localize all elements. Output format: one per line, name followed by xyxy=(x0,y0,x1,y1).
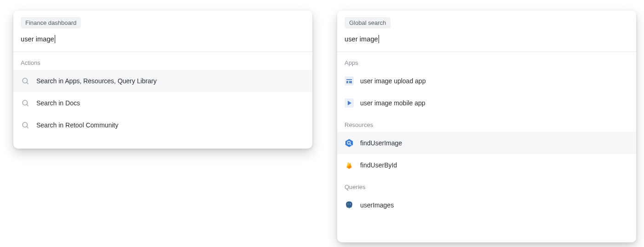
svg-point-9 xyxy=(348,204,349,205)
text-cursor xyxy=(379,35,379,43)
section-label-apps: Apps xyxy=(337,52,636,70)
list-item-label: findUserImage xyxy=(360,139,402,147)
postgres-icon xyxy=(345,201,354,210)
app-user-image-mobile[interactable]: user image mobile app xyxy=(337,92,636,114)
command-palette-left: Finance dashboard user image Actions Sea… xyxy=(13,11,312,149)
svg-line-1 xyxy=(27,82,29,84)
search-input[interactable]: user image xyxy=(21,35,305,43)
panel-header: Finance dashboard xyxy=(13,11,312,29)
list-item-label: Search in Apps, Resources, Query Library xyxy=(36,77,156,85)
svg-point-10 xyxy=(350,204,351,205)
search-input-value: user image xyxy=(345,35,378,43)
search-row[interactable]: user image xyxy=(337,29,636,52)
text-cursor xyxy=(55,35,55,43)
section-label-queries: Queries xyxy=(337,176,636,194)
svg-line-5 xyxy=(27,126,29,128)
list-item-label: user image mobile app xyxy=(360,99,426,107)
panel-header: Global search xyxy=(337,11,636,29)
bigquery-icon xyxy=(345,138,354,148)
section-label-actions: Actions xyxy=(13,52,312,70)
context-tag[interactable]: Finance dashboard xyxy=(21,17,81,29)
search-input-value: user image xyxy=(21,35,54,43)
list-item-label: Search in Docs xyxy=(36,99,80,107)
search-icon xyxy=(21,76,30,86)
action-search-retool-community[interactable]: Search in Retool Community xyxy=(13,114,312,136)
list-item-label: userImages xyxy=(360,201,394,209)
firebase-icon xyxy=(345,161,354,170)
svg-point-0 xyxy=(23,78,28,83)
search-icon xyxy=(21,98,30,108)
list-item-label: user image upload app xyxy=(360,77,426,85)
search-input[interactable]: user image xyxy=(345,35,629,43)
svg-point-2 xyxy=(23,100,28,105)
context-tag[interactable]: Global search xyxy=(345,17,391,29)
list-item-label: Search in Retool Community xyxy=(36,121,118,129)
svg-point-4 xyxy=(23,122,28,127)
app-user-image-upload[interactable]: user image upload app xyxy=(337,70,636,92)
action-search-apps-resources-query-library[interactable]: Search in Apps, Resources, Query Library xyxy=(13,70,312,92)
query-user-images[interactable]: userImages xyxy=(337,194,636,216)
svg-line-3 xyxy=(27,104,29,106)
app-grid-icon xyxy=(345,76,354,86)
command-palette-right: Global search user image Apps user image… xyxy=(337,11,636,242)
search-row[interactable]: user image xyxy=(13,29,312,52)
resource-find-user-image[interactable]: findUserImage xyxy=(337,132,636,154)
svg-marker-6 xyxy=(345,139,353,147)
action-search-docs[interactable]: Search in Docs xyxy=(13,92,312,114)
list-item-label: findUserById xyxy=(360,161,397,169)
resource-find-user-by-id[interactable]: findUserById xyxy=(337,154,636,176)
search-icon xyxy=(21,121,30,130)
section-label-resources: Resources xyxy=(337,114,636,132)
app-play-icon xyxy=(345,98,354,108)
